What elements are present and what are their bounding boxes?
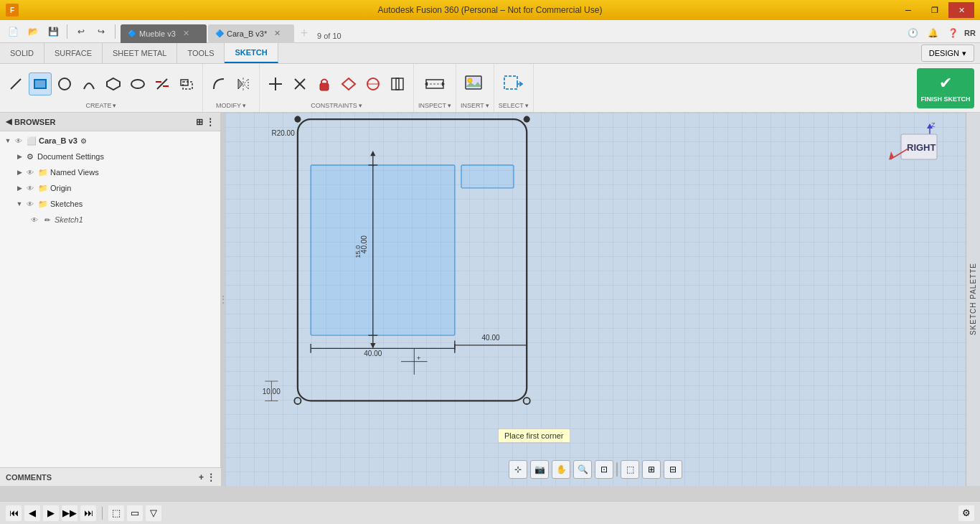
save-button[interactable]: 💾 <box>44 23 62 40</box>
new-tab-button[interactable]: + <box>296 25 313 42</box>
tool-line[interactable] <box>4 72 27 95</box>
toolbar-tab-sheetmetal[interactable]: SHEET METAL <box>103 43 177 63</box>
nav-last-button[interactable]: ⏭ <box>80 505 96 521</box>
tree-item-origin[interactable]: ▶ 👁 📁 Origin <box>0 180 220 196</box>
svg-text:15.0: 15.0 <box>354 245 362 258</box>
tree-item-sketch1[interactable]: 👁 ✏ Sketch1 <box>0 212 220 228</box>
visibility-sketch1[interactable]: 👁 <box>29 214 40 225</box>
tool-rectangle[interactable] <box>29 72 52 95</box>
settings-gear-icon[interactable]: ⚙ <box>80 137 87 145</box>
pan-button[interactable]: ✋ <box>552 460 570 479</box>
open-button[interactable]: 📂 <box>24 23 42 40</box>
tab-count: 9 of 10 <box>317 32 341 40</box>
history-button[interactable]: 🕐 <box>904 24 921 42</box>
tool-equal[interactable] <box>337 72 360 95</box>
tool-offset[interactable] <box>175 72 198 95</box>
help-button[interactable]: ❓ <box>944 24 961 42</box>
tree-item-sketches[interactable]: ▼ 👁 📁 Sketches <box>0 196 220 212</box>
tool-select[interactable] <box>502 72 525 95</box>
zoom-fit-button[interactable]: ⊡ <box>595 460 613 479</box>
svg-rect-8 <box>181 80 188 85</box>
tool-perpendicular[interactable] <box>288 72 311 95</box>
toolbar-tabs: SOLID SURFACE SHEET METAL TOOLS SKETCH D… <box>0 43 980 64</box>
tool-project[interactable] <box>386 72 409 95</box>
display-mode-button[interactable]: ⬚ <box>621 460 639 479</box>
tab-cara-b-icon: 🔷 <box>215 29 224 37</box>
toolbar-tab-solid[interactable]: SOLID <box>0 43 44 63</box>
tree-arrow-doc-settings: ▶ <box>14 151 24 162</box>
timeline-filter-button[interactable]: ▽ <box>146 505 161 521</box>
svg-text:40.00: 40.00 <box>364 350 382 357</box>
constraints-label: CONSTRAINTS ▾ <box>311 100 362 109</box>
redo-button[interactable]: ↪ <box>93 23 110 40</box>
tool-insert-image[interactable] <box>463 72 486 95</box>
svg-rect-19 <box>392 78 399 90</box>
new-button[interactable]: 📄 <box>4 23 22 40</box>
timeline-keyframe-button[interactable]: ▭ <box>127 505 143 521</box>
restore-button[interactable]: ❐ <box>922 2 948 18</box>
tool-symmetry[interactable] <box>362 72 385 95</box>
select-dropdown-icon[interactable]: ▾ <box>525 102 529 109</box>
finish-sketch-button[interactable]: ✔ FINISH SKETCH <box>917 68 974 108</box>
visibility-origin[interactable]: 👁 <box>24 182 36 194</box>
tab-mueble-close[interactable]: ✕ <box>183 29 189 38</box>
canvas-area[interactable]: + 240.00 R20.00 10.00 40.00 15.0 <box>225 113 966 486</box>
tool-arc[interactable] <box>77 72 100 95</box>
timeline-frame-button[interactable]: ⬚ <box>108 505 124 521</box>
browser-collapse-icon[interactable]: ◀ <box>6 117 11 126</box>
nav-play-button[interactable]: ▶ <box>43 505 59 521</box>
tab-cara-b-close[interactable]: ✕ <box>274 29 281 38</box>
visibility-cara-b[interactable]: 👁 <box>13 135 24 146</box>
insert-dropdown-icon[interactable]: ▾ <box>486 102 489 109</box>
browser-title: BROWSER <box>14 118 55 126</box>
tree-item-doc-settings[interactable]: ▶ ⚙ Document Settings <box>0 149 220 164</box>
tool-mirror[interactable] <box>232 72 255 95</box>
minimize-button[interactable]: ─ <box>895 2 921 18</box>
constraints-dropdown-icon[interactable]: ▾ <box>359 102 362 109</box>
tool-measure[interactable] <box>423 72 446 95</box>
navigation-cube[interactable]: Z RIGHT <box>887 120 944 170</box>
tool-polygon[interactable] <box>102 72 125 95</box>
tab-mueble[interactable]: 🔷 Mueble v3 ✕ <box>121 24 207 43</box>
settings-button[interactable]: ⚙ <box>958 505 974 521</box>
toolbar-tab-sketch[interactable]: SKETCH <box>225 43 278 63</box>
toolbar-tab-tools[interactable]: TOOLS <box>177 43 225 63</box>
zoom-button[interactable]: 🔍 <box>573 460 592 479</box>
comments-menu-icon[interactable]: ⋮ <box>207 472 215 482</box>
tab-cara-b[interactable]: 🔷 Cara_B v3* ✕ <box>208 24 294 43</box>
tool-horizontal[interactable] <box>264 72 287 95</box>
comments-controls: + ⋮ <box>199 472 215 482</box>
view-menu-button[interactable]: ⊟ <box>664 460 682 479</box>
close-button[interactable]: ✕ <box>948 2 974 18</box>
browser-expand-icon[interactable]: ⊞ <box>196 117 203 127</box>
visibility-named-views[interactable]: 👁 <box>24 167 36 178</box>
nav-prev-button[interactable]: ◀ <box>24 505 40 521</box>
tool-fillet[interactable] <box>207 72 230 95</box>
inspect-dropdown-icon[interactable]: ▾ <box>448 102 451 109</box>
notifications-button[interactable]: 🔔 <box>924 24 941 42</box>
tree-item-cara-b[interactable]: ▼ 👁 ⬜ Cara_B v3 ⚙ <box>0 133 220 149</box>
tool-trim[interactable] <box>151 72 174 95</box>
nav-first-button[interactable]: ⏮ <box>6 505 22 521</box>
design-dropdown[interactable]: DESIGN ▾ <box>921 45 974 62</box>
browser-menu-icon[interactable]: ⋮ <box>206 117 215 127</box>
tool-circle[interactable] <box>53 72 76 95</box>
tool-ellipse[interactable] <box>126 72 149 95</box>
navigate-button[interactable]: ⊹ <box>509 460 527 479</box>
visibility-sketches[interactable]: 👁 <box>24 198 36 210</box>
toolbar-tab-surface[interactable]: SURFACE <box>44 43 103 63</box>
label-named-views: Named Views <box>50 168 99 177</box>
modify-dropdown-icon[interactable]: ▾ <box>242 102 246 109</box>
undo-button[interactable]: ↩ <box>72 23 90 40</box>
tool-lock[interactable] <box>313 72 336 95</box>
comments-add-icon[interactable]: + <box>199 472 204 482</box>
create-dropdown-icon[interactable]: ▾ <box>113 102 116 109</box>
tree-arrow-named-views: ▶ <box>14 167 24 177</box>
orbit-button[interactable]: 📷 <box>530 460 549 479</box>
label-doc-settings: Document Settings <box>37 152 104 161</box>
tree-item-named-views[interactable]: ▶ 👁 📁 Named Views <box>0 164 220 180</box>
comments-label: COMMENTS <box>6 473 52 482</box>
sketch-palette-label[interactable]: SKETCH PALETTE <box>969 257 977 341</box>
grid-button[interactable]: ⊞ <box>642 460 661 479</box>
nav-next-button[interactable]: ▶▶ <box>62 505 77 521</box>
